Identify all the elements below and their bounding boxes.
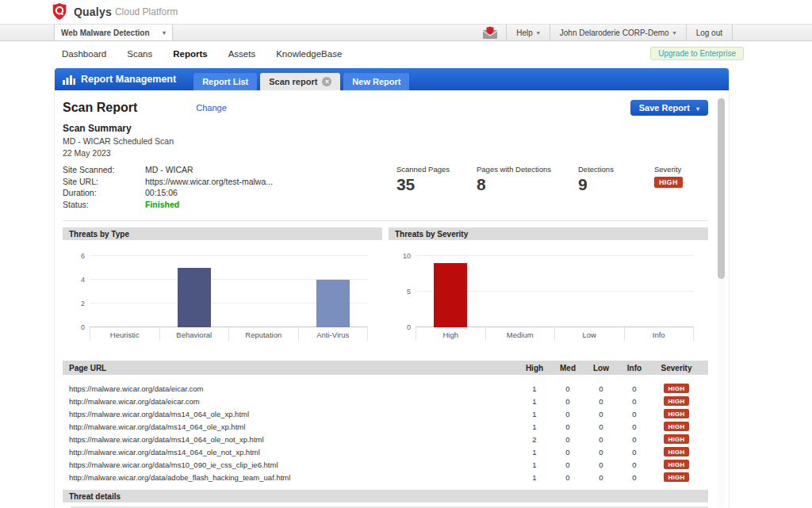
count-high: 1 — [518, 460, 551, 469]
module-selector-dropdown[interactable]: Web Malware Detection ▾ — [54, 25, 173, 40]
count-low: 0 — [584, 410, 618, 418]
bar-cell — [229, 256, 299, 327]
detail-label: Duration: — [63, 188, 145, 200]
x-axis-category-label: High — [416, 327, 486, 341]
page-url-link[interactable]: http://malware.wicar.org/data/adobe_flas… — [69, 473, 518, 482]
stat-value: 9 — [578, 175, 627, 194]
count-high: 1 — [518, 397, 551, 406]
y-axis-tick-label: 0 — [72, 323, 85, 331]
detail-label: Site URL: — [63, 177, 145, 189]
upgrade-to-enterprise-button[interactable]: Upgrade to Enterprise — [650, 47, 744, 60]
count-info: 0 — [618, 397, 651, 406]
count-high: 2 — [518, 435, 551, 444]
scan-name: MD - WICAR Scheduled Scan — [63, 136, 708, 146]
report-tab-scan-report[interactable]: Scan report× — [260, 73, 340, 90]
logout-button[interactable]: Log out — [686, 25, 733, 40]
help-menu[interactable]: Help ▾ — [506, 25, 550, 40]
stat-label: Scanned Pages — [396, 165, 450, 174]
detail-row: Site Scanned:MD - WICAR — [63, 165, 396, 177]
bar-cell — [624, 256, 694, 327]
user-menu[interactable]: John Delaroderie CORP-Demo ▾ — [550, 25, 686, 40]
page-url-link[interactable]: https://malware.wicar.org/data/eicar.com — [69, 384, 518, 393]
nav-link-scans[interactable]: Scans — [127, 49, 152, 59]
x-axis-category-label: Reputation — [229, 327, 299, 341]
col-header-info: Info — [618, 364, 651, 372]
y-axis-tick-label: 10 — [398, 252, 411, 260]
severity-cell: HIGH — [651, 447, 702, 457]
x-axis-category-label: Medium — [486, 327, 556, 341]
table-row: http://malware.wicar.org/data/adobe_flas… — [63, 471, 708, 483]
detections-table: Page URL High Med Low Info Severity http… — [63, 361, 708, 483]
stat-pages-with-detections: Pages with Detections8 — [477, 165, 551, 211]
report-tab-new-report[interactable]: New Report — [343, 73, 409, 90]
severity-badge: HIGH — [664, 422, 688, 431]
chevron-down-icon: ▾ — [537, 29, 540, 36]
count-med: 0 — [551, 460, 584, 469]
message-envelope-icon — [482, 26, 498, 40]
table-header: Page URL High Med Low Info Severity — [63, 361, 708, 375]
table-row: https://malware.wicar.org/data/eicar.com… — [63, 382, 708, 395]
stat-label: Pages with Detections — [477, 165, 551, 174]
severity-cell: HIGH — [651, 384, 702, 394]
stat-scanned-pages: Scanned Pages35 — [396, 165, 450, 211]
detail-value: 00:15:06 — [145, 188, 178, 200]
chart-title: Threats by Severity — [389, 227, 708, 240]
report-tab-report-list[interactable]: Report List — [193, 73, 257, 90]
nav-link-dashboard[interactable]: Dashboard — [62, 49, 106, 59]
stat-value: 35 — [396, 175, 450, 194]
detail-value: Finished — [145, 200, 179, 212]
y-axis-tick-label: 2 — [72, 300, 85, 307]
chevron-down-icon: ▾ — [696, 105, 699, 113]
page-url-link[interactable]: https://malware.wicar.org/data/ms14_064_… — [69, 410, 518, 418]
x-axis-category-label: Low — [555, 327, 625, 341]
scan-stats: Scanned Pages35Pages with Detections8Det… — [396, 165, 703, 211]
scan-details: Site Scanned:MD - WICARSite URL:https://… — [63, 165, 396, 211]
nav-link-assets[interactable]: Assets — [228, 49, 256, 59]
vertical-scrollbar-thumb[interactable] — [718, 98, 725, 279]
nav-link-knowledgebase[interactable]: KnowledgeBase — [276, 49, 342, 59]
divider — [63, 220, 708, 221]
chart-plot-area: 0246 — [90, 256, 368, 327]
severity-badge: HIGH — [664, 409, 688, 418]
scan-date: 22 May 2023 — [63, 148, 708, 158]
chevron-down-icon: ▾ — [673, 29, 676, 36]
bar-high — [434, 263, 467, 327]
bar-cell — [90, 256, 159, 327]
x-axis-category-label: Anti-Virus — [299, 327, 368, 341]
severity-cell: HIGH — [651, 422, 702, 432]
stat-label: Detections — [578, 165, 627, 174]
severity-badge: HIGH — [664, 384, 688, 393]
chart-threats-by-severity: Threats by Severity0510HighMediumLowInfo — [389, 227, 708, 341]
close-icon[interactable]: × — [322, 77, 331, 86]
report-management-bar: Report Management Report ListScan report… — [55, 68, 729, 90]
severity-cell: HIGH — [651, 472, 702, 483]
count-info: 0 — [618, 435, 651, 444]
stat-label: Severity — [654, 165, 703, 174]
severity-badge: HIGH — [664, 447, 688, 456]
bar-behavioral — [178, 268, 211, 327]
bar-anti-virus — [316, 280, 350, 327]
notifications-button[interactable] — [474, 25, 506, 40]
bar-cell — [555, 256, 625, 327]
count-info: 0 — [618, 448, 651, 456]
change-link[interactable]: Change — [196, 103, 227, 113]
count-low: 0 — [584, 473, 618, 482]
severity-badge: HIGH — [664, 460, 688, 469]
save-report-button[interactable]: Save Report ▾ — [630, 100, 708, 116]
page-url-link[interactable]: http://malware.wicar.org/data/eicar.com — [69, 397, 518, 406]
bar-cell — [298, 256, 368, 327]
user-label: John Delaroderie CORP-Demo — [560, 29, 669, 37]
detail-value: https://www.wicar.org/test-malwa... — [145, 177, 273, 189]
x-axis-categories: HeuristicBehavioralReputationAnti-Virus — [90, 327, 368, 341]
severity-badge: HIGH — [654, 177, 683, 188]
count-high: 1 — [518, 448, 551, 456]
page-url-link[interactable]: http://malware.wicar.org/data/ms14_064_o… — [69, 422, 518, 431]
count-low: 0 — [584, 435, 618, 444]
detail-row: Status:Finished — [63, 200, 396, 212]
page-url-link[interactable]: https://malware.wicar.org/data/ms14_064_… — [69, 435, 518, 444]
nav-link-reports[interactable]: Reports — [173, 49, 207, 59]
count-info: 0 — [618, 460, 651, 469]
page-url-link[interactable]: https://malware.wicar.org/data/ms10_090_… — [69, 460, 518, 469]
page-url-link[interactable]: http://malware.wicar.org/data/ms14_064_o… — [69, 448, 518, 456]
vertical-scrollbar-track[interactable] — [718, 95, 725, 507]
